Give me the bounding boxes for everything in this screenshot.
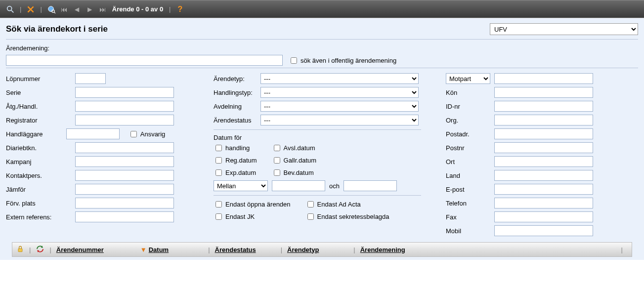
kampanj-input[interactable] — [75, 156, 174, 167]
serie-label: Serie — [6, 89, 75, 96]
ort-input[interactable] — [494, 156, 593, 167]
sort-indicator-icon: ▼ — [140, 246, 147, 253]
nav-next-icon[interactable] — [85, 4, 95, 15]
postnr-input[interactable] — [494, 142, 593, 153]
globe-search-icon[interactable] — [46, 4, 57, 15]
handlingstyp-select[interactable]: --- — [260, 87, 419, 98]
ort-label: Ort — [446, 158, 494, 166]
col-arendemening[interactable]: Ärendemening — [360, 246, 405, 253]
jk-check[interactable]: Endast JK — [214, 212, 291, 221]
mobil-input[interactable] — [494, 225, 593, 236]
nav-prev-icon[interactable] — [72, 4, 83, 15]
svg-line-1 — [11, 10, 14, 12]
avdelning-select[interactable]: --- — [260, 101, 419, 112]
fax-input[interactable] — [494, 211, 593, 222]
jamfor-label: Jämför — [6, 186, 75, 193]
ansvarig-check-label[interactable]: Ansvarig — [129, 129, 189, 139]
avsldatum-check[interactable]: Avsl.datum — [272, 143, 316, 153]
lock-icon[interactable] — [16, 245, 24, 254]
kon-label: Kön — [446, 89, 494, 96]
record-counter: Ärende 0 - 0 av 0 — [112, 5, 163, 13]
refresh-icon[interactable] — [36, 245, 44, 255]
handling-check[interactable]: handling — [214, 143, 257, 153]
kampanj-label: Kampanj — [6, 158, 75, 166]
toolbar-separator: | — [20, 5, 21, 13]
postnr-label: Postnr — [446, 144, 494, 152]
kontaktpers-input[interactable] — [75, 170, 174, 181]
telefon-input[interactable] — [494, 198, 593, 208]
bevdatum-check[interactable]: Bev.datum — [272, 168, 316, 177]
search-form: Sök via ärendekort i serie UFV Ärendemen… — [0, 18, 644, 260]
lopnummer-input[interactable] — [75, 73, 106, 84]
nav-last-icon[interactable] — [97, 4, 108, 15]
page-title: Sök via ärendekort i serie — [6, 24, 108, 34]
diariebtkn-label: Diariebtkn. — [6, 144, 75, 152]
land-label: Land — [446, 172, 494, 179]
top-toolbar: | | Ärende 0 - 0 av 0 | ? — [0, 0, 644, 18]
sekretess-check[interactable]: Endast sekretessbelagda — [305, 212, 389, 221]
col-arendestatus[interactable]: Ärendestatus — [215, 246, 256, 253]
forvplats-input[interactable] — [75, 198, 174, 208]
epost-input[interactable] — [494, 184, 593, 195]
col-arendetyp[interactable]: Ärendetyp — [287, 246, 319, 253]
ansvarig-checkbox[interactable] — [130, 131, 137, 137]
left-column: Löpnummer Serie Åtg./Handl. Registrator … — [6, 73, 189, 225]
serie-input[interactable] — [75, 87, 174, 98]
adacta-check[interactable]: Endast Ad Acta — [305, 200, 389, 209]
subject-input[interactable] — [6, 55, 283, 66]
datum-for-label: Datum för — [214, 134, 421, 141]
mobil-label: Mobil — [446, 227, 494, 235]
nav-first-icon[interactable] — [59, 4, 70, 15]
col-datum[interactable]: Datum — [149, 246, 169, 253]
date-range-mode-select[interactable]: Mellan — [214, 180, 268, 191]
search-icon[interactable] — [5, 4, 16, 15]
handlaggare-label: Handläggare — [6, 130, 66, 138]
handlaggare-input[interactable] — [66, 128, 120, 139]
kon-input[interactable] — [494, 87, 593, 98]
regdatum-check[interactable]: Reg.datum — [214, 156, 257, 165]
oppna-check[interactable]: Endast öppna ärenden — [214, 200, 291, 209]
arendestatus-select[interactable]: --- — [260, 115, 419, 125]
date-from-input[interactable] — [272, 180, 325, 191]
jamfor-input[interactable] — [75, 184, 174, 195]
registrator-label: Registrator — [6, 117, 75, 124]
diariebtkn-input[interactable] — [75, 142, 174, 153]
svg-point-4 — [48, 6, 53, 11]
also-public-checkbox[interactable] — [291, 57, 297, 64]
fax-label: Fax — [446, 213, 494, 221]
externref-input[interactable] — [75, 211, 174, 222]
middle-column: Ärendetyp:--- Handlingstyp:--- Avdelning… — [214, 73, 421, 221]
date-to-input[interactable] — [343, 180, 397, 191]
avdelning-label: Avdelning — [214, 103, 260, 110]
idnr-input[interactable] — [494, 101, 593, 112]
right-column: Motpart Kön ID-nr Org. Postadr. Postnr O… — [446, 73, 604, 239]
subject-label: Ärendemening: — [6, 44, 75, 52]
svg-rect-7 — [18, 249, 22, 251]
svg-point-0 — [7, 6, 12, 10]
atg-label: Åtg./Handl. — [6, 103, 75, 110]
postadr-input[interactable] — [494, 128, 593, 139]
clear-icon[interactable] — [25, 4, 36, 15]
col-arendenummer[interactable]: Ärendenummer — [56, 246, 104, 253]
forvplats-label: Förv. plats — [6, 200, 75, 207]
handlingstyp-label: Handlingstyp: — [214, 89, 260, 96]
atg-input[interactable] — [75, 101, 174, 112]
och-label: och — [329, 182, 340, 190]
expdatum-check[interactable]: Exp.datum — [214, 168, 257, 177]
registrator-input[interactable] — [75, 115, 174, 125]
toolbar-separator: | — [40, 5, 42, 13]
motpart-input[interactable] — [494, 73, 593, 84]
gallrdatum-check[interactable]: Gallr.datum — [272, 156, 316, 165]
results-header-bar: | | Ärendenummer ▼ Datum | Ärendestatus … — [12, 242, 632, 257]
org-label: Org. — [446, 117, 494, 124]
telefon-label: Telefon — [446, 200, 494, 207]
arendetyp-select[interactable]: --- — [260, 73, 419, 84]
series-select[interactable]: UFV — [490, 23, 638, 35]
also-public-check-label[interactable]: sök även i offentlig ärendemening — [289, 56, 396, 65]
motpart-select[interactable]: Motpart — [446, 73, 490, 84]
toolbar-separator: | — [169, 5, 171, 13]
externref-label: Extern referens: — [6, 213, 75, 221]
land-input[interactable] — [494, 170, 593, 181]
org-input[interactable] — [494, 115, 593, 125]
help-icon[interactable]: ? — [175, 4, 186, 15]
